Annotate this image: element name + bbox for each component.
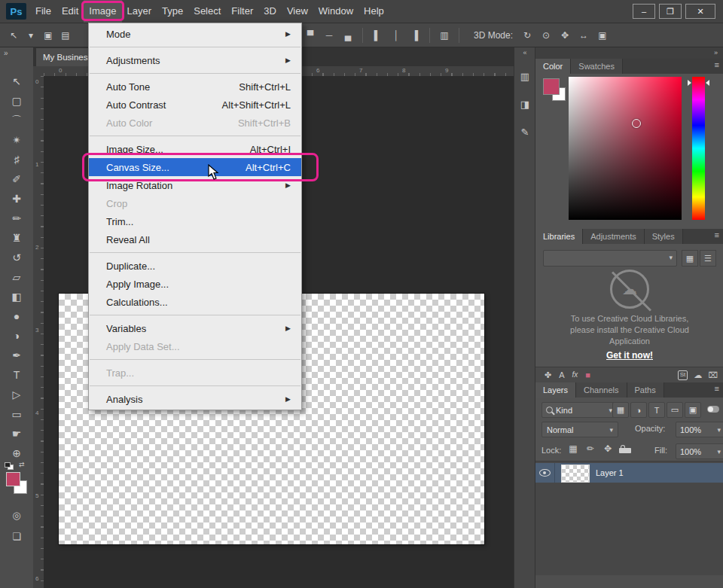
spot-healing-brush-tool[interactable]: ✚: [0, 189, 33, 209]
visibility-cell[interactable]: [535, 463, 555, 483]
opacity-value-dropdown[interactable]: 100% ▾: [676, 422, 723, 437]
menubar-item-edit[interactable]: Edit: [56, 0, 84, 23]
menu-item-auto-contrast[interactable]: Auto ContrastAlt+Shift+Ctrl+L: [89, 96, 301, 114]
3d-orbit-icon[interactable]: ↻: [521, 30, 533, 41]
menu-item-variables[interactable]: Variables▶: [89, 319, 301, 337]
lock-transparency-icon[interactable]: ▦: [567, 443, 579, 454]
menubar-item-image[interactable]: Image: [84, 0, 121, 23]
menu-item-image-size[interactable]: Image Size...Alt+Ctrl+I: [89, 140, 301, 158]
quick-mask-button[interactable]: ◎: [0, 506, 33, 524]
saturation-brightness-field[interactable]: [569, 77, 682, 220]
list-view-icon[interactable]: ☰: [700, 250, 716, 267]
menu-item-duplicate[interactable]: Duplicate...: [89, 257, 301, 275]
smart-object-filter-icon[interactable]: ▣: [685, 402, 701, 418]
menu-item-trim[interactable]: Trim...: [89, 212, 301, 230]
distribute-spacing-icon[interactable]: ▥: [438, 30, 450, 41]
screen-mode-button[interactable]: ❏: [0, 527, 33, 545]
add-character-style-icon[interactable]: A: [559, 370, 564, 380]
dodge-tool[interactable]: ◑: [0, 326, 33, 346]
pixel-layer-filter-icon[interactable]: ▦: [612, 402, 629, 418]
rectangular-marquee-tool[interactable]: ▢: [0, 91, 33, 111]
menubar-item-window[interactable]: Window: [313, 0, 358, 23]
chevrons-right-dock-icon[interactable]: »: [535, 47, 723, 59]
add-layer-style-icon[interactable]: fx: [572, 370, 578, 380]
move-tool[interactable]: ↖: [0, 72, 33, 91]
blur-tool[interactable]: ●: [0, 306, 33, 326]
add-color-icon[interactable]: ■: [585, 370, 590, 380]
grid-view-icon[interactable]: ▦: [682, 250, 698, 267]
transform-controls-icon[interactable]: ▤: [59, 30, 72, 41]
panel-menu-icon[interactable]: ≡: [715, 230, 719, 239]
add-graphic-icon[interactable]: ✤: [545, 370, 551, 380]
menubar-item-select[interactable]: Select: [188, 0, 226, 23]
3d-slide-icon[interactable]: ↔: [578, 30, 590, 41]
close-icon[interactable]: ✕: [685, 4, 715, 19]
eyedropper-tool[interactable]: ✐: [0, 169, 33, 189]
menu-item-apply-image[interactable]: Apply Image...: [89, 275, 301, 293]
panel-menu-icon[interactable]: ≡: [715, 60, 719, 69]
lasso-tool[interactable]: ⌒: [0, 111, 33, 130]
tab-paths[interactable]: Paths: [627, 382, 664, 398]
tab-libraries[interactable]: Libraries: [535, 229, 583, 244]
layer-filter-toggle[interactable]: [707, 406, 719, 413]
path-selection-tool[interactable]: ▷: [0, 385, 33, 404]
delete-icon[interactable]: ⌧: [708, 370, 718, 380]
menu-item-reveal-all[interactable]: Reveal All: [89, 230, 301, 248]
tab-swatches[interactable]: Swatches: [571, 59, 623, 74]
crop-tool[interactable]: ♯: [0, 150, 33, 169]
tool-preset-icon[interactable]: ▣: [42, 30, 54, 41]
3d-roll-icon[interactable]: ⊙: [540, 30, 552, 41]
foreground-color-swatch[interactable]: [543, 78, 560, 95]
menu-item-adjustments[interactable]: Adjustments▶: [89, 51, 301, 69]
eraser-tool[interactable]: ▱: [0, 267, 33, 287]
pen-tool[interactable]: ✒: [0, 346, 33, 365]
menu-item-analysis[interactable]: Analysis▶: [89, 390, 301, 408]
cloud-offline-icon[interactable]: ☁: [694, 370, 702, 380]
tab-adjustments[interactable]: Adjustments: [583, 229, 645, 244]
get-it-now-link[interactable]: Get it now!: [535, 350, 723, 361]
zoom-tool[interactable]: ⊕: [0, 443, 33, 463]
swap-colors-icon[interactable]: ⇄: [19, 461, 25, 468]
menubar-item-type[interactable]: Type: [157, 0, 188, 23]
align-right-edges-icon[interactable]: ▐: [409, 30, 421, 41]
move-tool-option-icon[interactable]: ↖: [8, 30, 20, 41]
align-top-edges-icon[interactable]: ▀: [304, 30, 316, 41]
chevrons-left-icon[interactable]: «: [514, 47, 535, 59]
library-select-dropdown[interactable]: ▾: [543, 250, 677, 267]
tab-channels[interactable]: Channels: [576, 382, 627, 398]
collapsed-panel-icon-1[interactable]: ▥: [519, 71, 531, 82]
layer-thumbnail[interactable]: [561, 465, 590, 483]
menubar-item-file[interactable]: File: [30, 0, 56, 23]
align-horizontal-centers-icon[interactable]: │: [390, 30, 402, 41]
menubar-item-layer[interactable]: Layer: [122, 0, 157, 23]
brush-tool[interactable]: ✏: [0, 209, 33, 228]
foreground-color-swatch[interactable]: [6, 472, 20, 486]
menu-item-calculations[interactable]: Calculations...: [89, 293, 301, 311]
layer-row[interactable]: Layer 1: [535, 463, 723, 483]
vertical-ruler[interactable]: 0123456: [33, 76, 44, 588]
clone-stamp-tool[interactable]: ♜: [0, 228, 33, 248]
quick-selection-tool[interactable]: ✴: [0, 130, 33, 150]
align-vertical-centers-icon[interactable]: ─: [323, 30, 335, 41]
hue-slider[interactable]: [692, 77, 705, 220]
menu-item-canvas-size[interactable]: Canvas Size...Alt+Ctrl+C: [89, 158, 301, 176]
blend-mode-dropdown[interactable]: Normal ▾: [541, 422, 618, 437]
menubar-item-3d[interactable]: 3D: [258, 0, 282, 23]
menu-item-auto-tone[interactable]: Auto ToneShift+Ctrl+L: [89, 78, 301, 96]
lock-all-icon[interactable]: [619, 448, 631, 453]
type-layer-filter-icon[interactable]: T: [648, 402, 665, 418]
minimize-icon[interactable]: –: [633, 4, 655, 19]
tab-layers[interactable]: Layers: [535, 382, 576, 398]
layer-filter-kind-dropdown[interactable]: Kind ▾: [541, 402, 617, 418]
panel-menu-icon[interactable]: ≡: [715, 384, 719, 393]
menubar-item-filter[interactable]: Filter: [226, 0, 258, 23]
3d-zoom-icon[interactable]: ▣: [596, 30, 609, 41]
sync-status-icon[interactable]: St: [678, 370, 688, 380]
collapsed-panel-icon-3[interactable]: ✎: [519, 126, 531, 138]
align-bottom-edges-icon[interactable]: ▄: [342, 30, 354, 41]
tab-color[interactable]: Color: [535, 59, 571, 74]
collapsed-panel-icon-2[interactable]: ◨: [519, 99, 531, 110]
fill-value-dropdown[interactable]: 100% ▾: [676, 443, 723, 459]
menubar-item-help[interactable]: Help: [358, 0, 389, 23]
rectangle-tool[interactable]: ▭: [0, 404, 33, 424]
